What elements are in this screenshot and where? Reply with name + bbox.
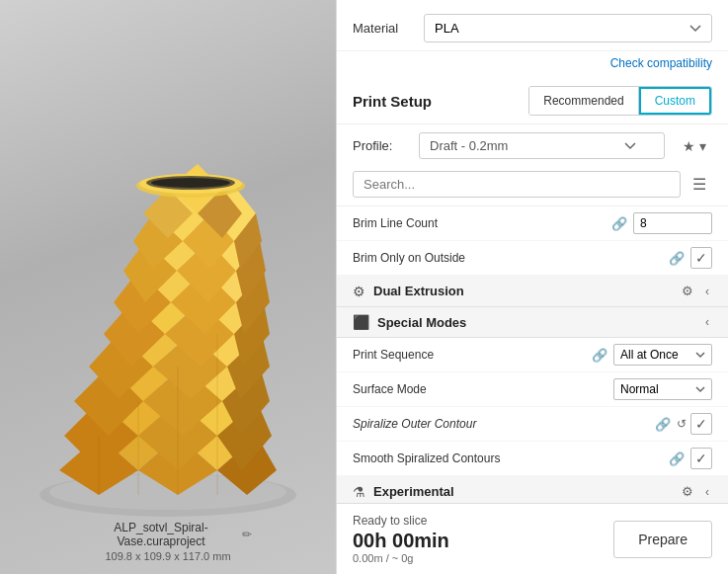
check-compatibility-link[interactable]: Check compatibility: [610, 56, 712, 70]
material-select[interactable]: PLA: [424, 14, 712, 42]
file-info: ALP_sotvl_Spiral-Vase.curaproject ✏ 109.…: [84, 521, 252, 562]
special-modes-icon: ⬛: [353, 314, 369, 330]
menu-icon-button[interactable]: ☰: [687, 173, 712, 196]
surface-mode-select[interactable]: Normal Surface Both: [613, 378, 712, 400]
viewport-panel: ALP_sotvl_Spiral-Vase.curaproject ✏ 109.…: [0, 0, 336, 574]
file-dimensions: 109.8 x 109.9 x 117.0 mm: [84, 550, 252, 562]
slice-time: 00h 00min: [353, 530, 449, 552]
bottom-bar: Ready to slice 00h 00min 0.00m / ~ 0g Pr…: [337, 503, 728, 574]
smooth-spiralized-checkbox[interactable]: ✓: [690, 448, 712, 469]
experimental-actions: ⚙ ‹: [679, 483, 712, 500]
spiralize-outer-link-icon[interactable]: 🔗: [655, 417, 671, 432]
spiralize-outer-reset-icon[interactable]: ↺: [677, 417, 687, 431]
profile-label: Profile:: [353, 138, 407, 153]
brim-line-count-row: Brim Line Count 🔗: [337, 206, 728, 241]
surface-mode-row: Surface Mode Normal Surface Both: [337, 372, 728, 407]
right-panel: Material PLA Check compatibility Print S…: [336, 0, 728, 574]
special-modes-title: Special Modes: [377, 315, 702, 330]
spiralize-outer-label: Spiralize Outer Contour: [353, 417, 655, 431]
special-modes-chevron-button[interactable]: ‹: [702, 314, 712, 330]
check-compat-row: Check compatibility: [337, 51, 728, 78]
dual-extrusion-section[interactable]: ⚙ Dual Extrusion ⚙ ‹: [337, 276, 728, 307]
smooth-spiralized-link-icon[interactable]: 🔗: [669, 451, 685, 466]
smooth-spiralized-row: Smooth Spiralized Contours 🔗 ✓: [337, 442, 728, 476]
dual-extrusion-gear-button[interactable]: ⚙: [679, 283, 696, 299]
print-sequence-link-icon[interactable]: 🔗: [592, 348, 607, 363]
dual-extrusion-actions: ⚙ ‹: [679, 283, 712, 299]
svg-point-56: [151, 178, 230, 188]
special-modes-section[interactable]: ⬛ Special Modes ‹: [337, 307, 728, 338]
search-row: ☰: [337, 167, 728, 205]
surface-mode-label: Surface Mode: [353, 382, 613, 396]
brim-only-outside-checkbox[interactable]: ✓: [690, 247, 712, 269]
prepare-button[interactable]: Prepare: [613, 521, 712, 558]
profile-row: Profile: Draft - 0.2mm ★ ▾: [337, 124, 728, 167]
brim-line-count-input[interactable]: [633, 212, 712, 234]
print-setup-header: Print Setup Recommended Custom: [337, 78, 728, 124]
slice-details: 0.00m / ~ 0g: [353, 552, 449, 564]
edit-icon[interactable]: ✏: [242, 528, 252, 541]
experimental-title: Experimental: [373, 484, 679, 499]
search-input[interactable]: [353, 171, 681, 198]
experimental-gear-button[interactable]: ⚙: [679, 483, 696, 500]
spiralize-outer-row: Spiralize Outer Contour 🔗 ↺ ✓: [337, 407, 728, 442]
brim-line-count-label: Brim Line Count: [353, 216, 611, 230]
material-label: Material: [353, 21, 412, 36]
tab-recommended[interactable]: Recommended: [529, 87, 638, 115]
smooth-spiralized-label: Smooth Spiralized Contours: [353, 451, 669, 465]
brim-only-outside-row: Brim Only on Outside 🔗 ✓: [337, 241, 728, 276]
dual-extrusion-chevron-button[interactable]: ‹: [702, 284, 712, 299]
print-sequence-label: Print Sequence: [353, 348, 592, 362]
tab-custom[interactable]: Custom: [639, 87, 711, 115]
material-row: Material PLA: [337, 0, 728, 51]
brim-only-outside-label: Brim Only on Outside: [353, 251, 669, 265]
settings-area: Brim Line Count 🔗 Brim Only on Outside 🔗…: [337, 205, 728, 503]
ready-to-slice-label: Ready to slice: [353, 514, 449, 528]
dual-extrusion-icon: ⚙: [353, 284, 365, 299]
brim-only-outside-link-icon[interactable]: 🔗: [669, 251, 685, 266]
brim-line-count-link-icon[interactable]: 🔗: [611, 216, 627, 231]
special-modes-actions: ‹: [702, 314, 712, 330]
experimental-icon: ⚗: [353, 484, 365, 500]
print-setup-title: Print Setup: [353, 93, 517, 110]
file-name-text: ALP_sotvl_Spiral-Vase.curaproject: [84, 521, 238, 548]
experimental-chevron-button[interactable]: ‹: [702, 484, 712, 500]
dual-extrusion-title: Dual Extrusion: [373, 284, 679, 298]
print-sequence-row: Print Sequence 🔗 All at Once One at a Ti…: [337, 338, 728, 372]
print-sequence-select[interactable]: All at Once One at a Time: [613, 344, 712, 366]
spiralize-outer-checkbox[interactable]: ✓: [690, 413, 712, 435]
vase-svg: [25, 45, 311, 530]
tab-group: Recommended Custom: [528, 86, 712, 116]
slice-info: Ready to slice 00h 00min 0.00m / ~ 0g: [353, 514, 449, 564]
star-button[interactable]: ★ ▾: [677, 136, 712, 156]
experimental-section[interactable]: ⚗ Experimental ⚙ ‹: [337, 476, 728, 503]
3d-viewport[interactable]: [0, 0, 336, 574]
profile-select[interactable]: Draft - 0.2mm: [419, 132, 665, 159]
